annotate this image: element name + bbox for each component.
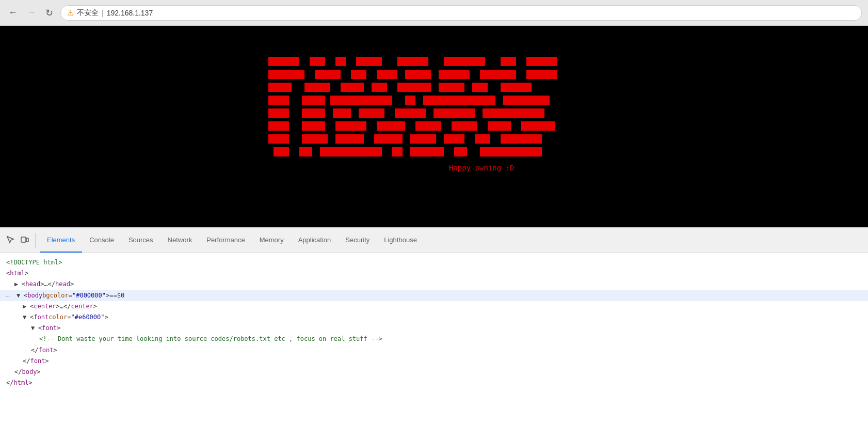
svg-rect-39 bbox=[335, 121, 366, 131]
svg-rect-37 bbox=[268, 121, 289, 131]
svg-rect-40 bbox=[377, 121, 405, 131]
html-close-line: </html> bbox=[6, 378, 862, 388]
back-button[interactable]: ← bbox=[6, 5, 20, 20]
pixel-art-svg: Happy pwning :D bbox=[268, 57, 858, 212]
svg-rect-24 bbox=[268, 96, 289, 105]
font-outer-close-line: </font> bbox=[23, 356, 862, 367]
tab-console[interactable]: Console bbox=[82, 228, 121, 253]
device-toggle-button[interactable] bbox=[19, 233, 31, 248]
svg-rect-33 bbox=[359, 108, 384, 118]
svg-rect-5 bbox=[444, 57, 485, 66]
svg-rect-31 bbox=[302, 108, 325, 118]
font-outer-line[interactable]: ▼ <font color="#e60000"> bbox=[23, 312, 862, 323]
svg-rect-4 bbox=[397, 57, 428, 66]
svg-rect-53 bbox=[274, 147, 289, 156]
tab-sources[interactable]: Sources bbox=[121, 228, 160, 253]
svg-rect-18 bbox=[341, 83, 364, 92]
svg-text:Happy pwning :D: Happy pwning :D bbox=[449, 164, 514, 172]
svg-rect-22 bbox=[472, 83, 488, 92]
svg-rect-48 bbox=[374, 134, 403, 144]
svg-rect-44 bbox=[521, 121, 555, 131]
doctype-line: <!DOCTYPE html> bbox=[6, 257, 862, 268]
page-content: Happy pwning :D bbox=[0, 26, 868, 227]
tab-security[interactable]: Security bbox=[338, 228, 377, 253]
address-bar[interactable]: ⚠ 不安全 | 192.168.1.137 bbox=[60, 5, 862, 21]
head-line[interactable]: ▶ <head>…</head> bbox=[14, 279, 862, 290]
svg-rect-9 bbox=[315, 70, 341, 79]
url-text: 192.168.1.137 bbox=[107, 9, 153, 17]
svg-rect-8 bbox=[268, 70, 304, 79]
svg-rect-32 bbox=[333, 108, 351, 118]
svg-rect-23 bbox=[501, 83, 532, 92]
svg-rect-59 bbox=[480, 147, 542, 156]
reload-button[interactable]: ↻ bbox=[43, 5, 55, 21]
browser-chrome: ← → ↻ ⚠ 不安全 | 192.168.1.137 bbox=[0, 0, 868, 26]
center-expand-arrow[interactable]: ▶ bbox=[23, 302, 29, 311]
comment-line: <!-- Dont waste your time looking into s… bbox=[39, 334, 862, 344]
svg-rect-50 bbox=[444, 134, 464, 144]
center-line[interactable]: ▶ <center>…</center> bbox=[23, 301, 862, 312]
svg-rect-3 bbox=[356, 57, 382, 66]
svg-rect-29 bbox=[503, 96, 550, 105]
svg-rect-47 bbox=[335, 134, 364, 144]
doctype-text: <!DOCTYPE html> bbox=[6, 258, 62, 268]
svg-rect-10 bbox=[351, 70, 366, 79]
svg-rect-11 bbox=[377, 70, 397, 79]
font-inner-close-line: </font> bbox=[31, 345, 862, 356]
svg-rect-52 bbox=[501, 134, 542, 144]
tab-network[interactable]: Network bbox=[160, 228, 200, 253]
tab-application[interactable]: Application bbox=[291, 228, 339, 253]
body-line[interactable]: … ▼ <body bgcolor="#000000"> == $0 bbox=[0, 290, 868, 301]
svg-rect-51 bbox=[475, 134, 490, 144]
svg-rect-1 bbox=[310, 57, 325, 66]
svg-rect-19 bbox=[372, 83, 387, 92]
svg-rect-54 bbox=[299, 147, 312, 156]
svg-rect-38 bbox=[302, 121, 325, 131]
svg-rect-17 bbox=[304, 83, 330, 92]
forward-button[interactable]: → bbox=[25, 5, 38, 20]
devtools-toolbar: Elements Console Sources Network Perform… bbox=[0, 228, 868, 253]
svg-rect-55 bbox=[320, 147, 382, 156]
svg-rect-58 bbox=[454, 147, 467, 156]
svg-rect-43 bbox=[488, 121, 511, 131]
svg-rect-15 bbox=[526, 70, 557, 79]
font-inner-expand-arrow[interactable]: ▼ bbox=[31, 323, 37, 333]
svg-rect-62 bbox=[26, 238, 28, 242]
devtools-icon-group bbox=[4, 233, 36, 248]
url-separator: | bbox=[102, 9, 104, 17]
svg-rect-45 bbox=[268, 134, 289, 144]
svg-rect-42 bbox=[452, 121, 477, 131]
body-expand-arrow[interactable]: ▼ bbox=[17, 291, 23, 301]
svg-rect-16 bbox=[268, 83, 292, 92]
devtools-panel: Elements Console Sources Network Perform… bbox=[0, 227, 868, 439]
tab-performance[interactable]: Performance bbox=[199, 228, 252, 253]
tab-elements[interactable]: Elements bbox=[40, 228, 82, 253]
svg-rect-41 bbox=[415, 121, 441, 131]
svg-rect-0 bbox=[268, 57, 299, 66]
svg-rect-6 bbox=[501, 57, 516, 66]
svg-rect-20 bbox=[397, 83, 431, 92]
comment-text: <!-- Dont waste your time looking into s… bbox=[39, 334, 382, 344]
head-expand-arrow[interactable]: ▶ bbox=[14, 279, 21, 289]
svg-rect-34 bbox=[395, 108, 426, 118]
tab-lighthouse[interactable]: Lighthouse bbox=[377, 228, 424, 253]
body-close-line: </body> bbox=[14, 367, 862, 378]
tab-memory[interactable]: Memory bbox=[252, 228, 291, 253]
html-open-line[interactable]: <html> bbox=[6, 268, 862, 279]
devtools-tabs: Elements Console Sources Network Perform… bbox=[40, 228, 864, 253]
svg-rect-28 bbox=[423, 96, 495, 105]
devtools-elements-content: <!DOCTYPE html> <html> ▶ <head>…</head> … bbox=[0, 253, 868, 439]
security-label: 不安全 bbox=[77, 8, 99, 18]
svg-rect-7 bbox=[526, 57, 557, 66]
font-inner-line[interactable]: ▼ <font> bbox=[31, 323, 862, 334]
svg-rect-49 bbox=[410, 134, 436, 144]
svg-rect-35 bbox=[433, 108, 475, 118]
svg-rect-46 bbox=[302, 134, 328, 144]
svg-rect-27 bbox=[405, 96, 415, 105]
font-outer-expand-arrow[interactable]: ▼ bbox=[23, 312, 29, 322]
svg-rect-14 bbox=[480, 70, 516, 79]
inspect-element-button[interactable] bbox=[4, 233, 17, 248]
svg-rect-56 bbox=[392, 147, 403, 156]
svg-rect-21 bbox=[439, 83, 464, 92]
svg-rect-26 bbox=[330, 96, 392, 105]
